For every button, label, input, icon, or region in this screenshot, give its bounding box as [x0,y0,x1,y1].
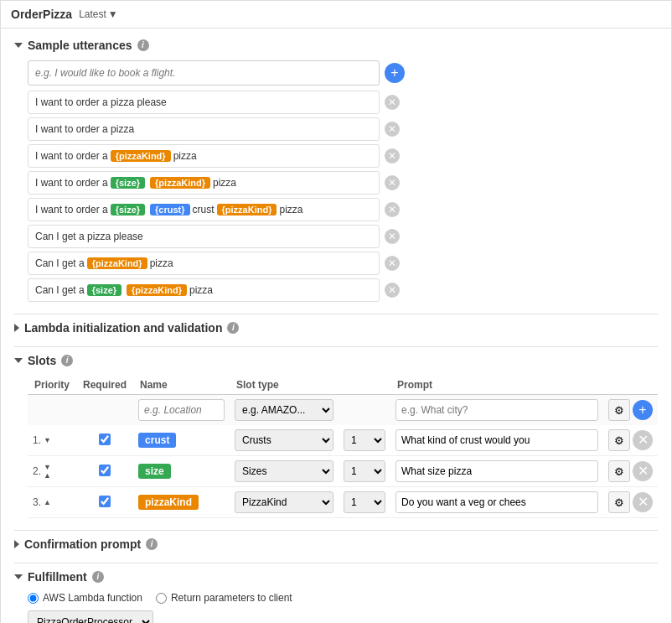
utterance-row: I want to order a {size} {pizzaKind} piz… [28,171,658,195]
utterances-info-icon[interactable]: i [137,39,149,51]
main-content: Sample utterances i + I want to order a … [1,29,671,623]
slot-gear-button[interactable]: ⚙ [608,429,630,451]
col-header-required: Required [76,376,133,395]
slot-version-cell: 1 [339,456,390,487]
utterance-remove-button[interactable]: ✕ [385,202,400,217]
slot-version-select[interactable]: 1 [344,429,385,451]
slot-gear-button[interactable]: ⚙ [608,491,630,513]
col-header-prompt: Prompt [390,376,603,395]
slot-row: 1.▼crustCrusts1⚙✕ [28,425,658,456]
version-selector[interactable]: Latest ▼ [79,8,118,20]
confirmation-info-icon[interactable]: i [146,538,158,550]
utterance-remove-button[interactable]: ✕ [385,122,400,137]
utterance-plain-text: I want to order a pizza please [35,96,167,108]
lambda-section-header[interactable]: Lambda initialization and validation i [14,321,658,335]
utterance-row: Can I get a {size} {pizzaKind} pizza✕ [28,278,658,302]
slot-row: 2.▼▲sizeSizes1⚙✕ [28,456,658,487]
slot-version-cell: 1 [339,425,390,456]
utterance-row: Can I get a pizza please✕ [28,225,658,248]
utterance-plain-text: I want to order a [35,150,108,162]
slot-priority-arrows: ▼ [44,437,51,444]
utterance-plain-text: I want to order a [35,177,108,189]
utterance-remove-button[interactable]: ✕ [385,256,400,271]
col-header-name: Name [133,376,230,395]
slot-version-select[interactable]: 1 [344,460,385,482]
slot-prompt-input[interactable] [395,491,598,513]
utterance-remove-button[interactable]: ✕ [385,283,400,298]
fulfillment-content: AWS Lambda function Return parameters to… [14,592,658,623]
slot-remove-button[interactable]: ✕ [633,492,653,512]
fulfillment-section: Fulfillment i AWS Lambda function Return… [14,570,658,623]
utterance-plain-text: Can I get a [35,257,85,269]
fulfillment-lambda-radio-label[interactable]: AWS Lambda function [28,592,142,604]
slot-version-select[interactable]: 1 [344,491,385,513]
utterance-text: I want to order a {pizzaKind} pizza [28,144,380,168]
col-header-priority: Priority [28,376,76,395]
slot-required-checkbox[interactable] [99,434,111,445]
slots-section-header[interactable]: Slots i [14,354,658,367]
version-arrow-icon: ▼ [108,8,118,20]
slot-remove-button[interactable]: ✕ [633,461,653,481]
slot-down-arrow[interactable]: ▼ [44,464,51,471]
confirmation-section: Confirmation prompt i [14,537,658,551]
slot-prompt-input[interactable] [395,429,598,451]
slot-priority-cell: 1.▼ [28,425,76,456]
lambda-section: Lambda initialization and validation i [14,321,658,335]
slot-up-arrow[interactable]: ▲ [44,499,51,506]
utterance-new-input[interactable] [28,60,380,86]
fulfillment-params-radio[interactable] [156,593,167,604]
utterance-slot-tag: {size} [111,204,145,215]
slots-collapse-icon [14,358,23,363]
slot-prompt-input[interactable] [395,460,598,482]
slot-row: 3.▲pizzaKindPizzaKind1⚙✕ [28,487,658,518]
slot-actions-cell: ⚙✕ [603,425,658,456]
utterances-section-header[interactable]: Sample utterances i [14,39,658,52]
slot-type-input[interactable]: e.g. AMAZO... [235,399,333,421]
confirmation-collapse-icon [14,540,19,548]
slot-required-checkbox[interactable] [99,465,111,476]
utterance-text: Can I get a {pizzaKind} pizza [28,252,380,275]
slot-type-select[interactable]: Sizes [235,460,333,482]
slot-input-add-button[interactable]: + [633,400,653,420]
utterance-remove-button[interactable]: ✕ [385,229,400,244]
slot-input-type-cell: e.g. AMAZO... [230,395,339,426]
fulfillment-lambda-radio[interactable] [28,593,39,604]
fulfillment-info-icon[interactable]: i [92,571,104,583]
slots-section: Slots i Priority Required Name Slot type… [14,354,658,518]
utterance-text: Can I get a {size} {pizzaKind} pizza [28,278,380,302]
utterances-container: + I want to order a pizza please✕I want … [14,60,658,302]
slots-info-icon[interactable]: i [61,355,73,366]
slot-gear-button[interactable]: ⚙ [608,460,630,482]
fulfillment-section-header[interactable]: Fulfillment i [14,570,658,584]
fulfillment-function-dropdown[interactable]: PizzaOrderProcessor [28,610,153,623]
slot-prompt-cell [390,487,603,518]
slot-prompt-cell [390,456,603,487]
utterance-plain-text: crust [193,204,215,215]
utterance-remove-button[interactable]: ✕ [385,148,400,164]
slot-actions-row: ⚙✕ [608,429,653,451]
utterance-remove-button[interactable]: ✕ [385,95,400,110]
slot-actions-cell: ⚙✕ [603,456,658,487]
slot-required-checkbox[interactable] [99,496,111,507]
slots-title: Slots [28,354,56,367]
slot-type-select[interactable]: PizzaKind [235,491,333,513]
slot-prompt-input[interactable] [395,399,598,421]
utterance-add-button[interactable]: + [385,63,405,83]
slot-required-cell [76,456,133,487]
slot-required-cell [76,425,133,456]
slot-type-cell: PizzaKind [230,487,339,518]
slot-type-select[interactable]: Crusts [235,429,333,451]
slot-down-arrow[interactable]: ▼ [44,437,51,444]
confirmation-section-header[interactable]: Confirmation prompt i [14,537,658,551]
slot-remove-button[interactable]: ✕ [633,430,653,450]
utterance-slot-tag: {size} [87,284,121,296]
slot-required-cell [76,487,133,518]
utterance-remove-button[interactable]: ✕ [385,175,400,190]
slot-input-gear-button[interactable]: ⚙ [608,399,630,421]
version-label: Latest [79,8,106,20]
lambda-info-icon[interactable]: i [227,322,239,334]
slot-up-arrow[interactable]: ▲ [44,472,51,480]
utterance-row: I want to order a pizza✕ [28,117,658,141]
slot-name-input[interactable] [138,399,225,421]
fulfillment-params-radio-label[interactable]: Return parameters to client [156,592,292,604]
